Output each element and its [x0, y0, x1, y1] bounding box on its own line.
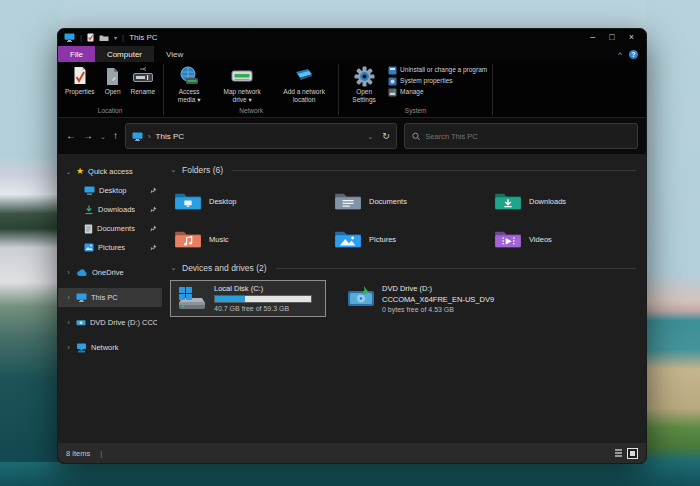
search-box[interactable]	[404, 123, 638, 149]
group-label-network: Network	[169, 105, 333, 117]
rename-icon	[132, 65, 154, 87]
videos-folder-icon	[494, 228, 522, 250]
sidebar-item-downloads[interactable]: Downloads	[58, 200, 162, 219]
network-icon	[76, 343, 87, 353]
pictures-icon	[84, 243, 94, 252]
system-properties-button[interactable]: System properties	[388, 77, 487, 86]
recent-locations-icon[interactable]: ⌄	[100, 133, 106, 140]
chevron-right-icon[interactable]: ›	[65, 269, 72, 276]
up-button[interactable]: ↑	[113, 131, 118, 141]
rename-button[interactable]: Rename	[128, 64, 159, 97]
window-controls: – □ ×	[590, 33, 640, 42]
search-icon	[412, 132, 420, 141]
section-folders[interactable]: ⌄ Folders (6)	[170, 162, 636, 178]
section-divider	[276, 268, 636, 269]
ribbon-divider	[163, 64, 164, 115]
folder-music[interactable]: Music	[170, 220, 330, 258]
tab-file[interactable]: File	[58, 46, 95, 62]
folder-documents[interactable]: Documents	[330, 182, 490, 220]
this-pc-icon	[76, 293, 87, 302]
status-bar: 8 items |	[58, 443, 646, 463]
chevron-right-icon[interactable]: ›	[65, 319, 72, 326]
large-icons-view-button[interactable]	[627, 448, 638, 459]
onedrive-cloud-icon	[76, 269, 88, 277]
sidebar-item-this-pc[interactable]: › This PC	[58, 288, 162, 307]
ribbon-divider	[492, 64, 493, 115]
titlebar: | ▾ | This PC – □ ×	[58, 29, 646, 46]
drive-dvd-d[interactable]: DVD Drive (D:) CCCOMA_X64FRE_EN-US_DV9 0…	[340, 280, 500, 317]
back-button[interactable]: ←	[66, 131, 76, 141]
address-bar[interactable]: › This PC ⌄ ↻	[125, 123, 397, 149]
forward-button[interactable]: →	[83, 131, 93, 141]
window-title: This PC	[129, 33, 157, 42]
add-network-location-button[interactable]: Add a network location	[275, 64, 333, 105]
sidebar-item-pictures[interactable]: Pictures	[58, 238, 162, 257]
add-network-location-icon	[293, 65, 315, 87]
status-separator: |	[100, 449, 102, 458]
details-view-button[interactable]	[613, 448, 624, 459]
drive-local-disk-c[interactable]: Local Disk (C:) 40.7 GB free of 59.3 GB	[170, 280, 326, 317]
address-dropdown-icon[interactable]: ⌄	[367, 133, 373, 140]
properties-icon	[72, 65, 88, 87]
group-label-location: Location	[62, 105, 158, 117]
ribbon-tabs: File Computer View ^ ?	[58, 46, 646, 62]
map-network-drive-icon	[230, 65, 254, 87]
search-input[interactable]	[425, 132, 630, 141]
sidebar-item-dvd-drive[interactable]: › DVD Drive (D:) CCCO	[58, 313, 162, 332]
access-media-button[interactable]: Access media ▾	[169, 64, 209, 105]
sidebar-item-network[interactable]: › Network	[58, 338, 162, 357]
dvd-drive-icon	[346, 284, 376, 310]
pin-icon	[150, 206, 157, 213]
sidebar-item-desktop[interactable]: Desktop	[58, 181, 162, 200]
properties-button[interactable]: Properties	[62, 64, 98, 97]
settings-gear-icon	[354, 65, 375, 87]
hard-drive-icon	[176, 284, 208, 312]
section-divider	[232, 170, 636, 171]
minimize-button[interactable]: –	[590, 33, 595, 42]
uninstall-program-button[interactable]: Uninstall or change a program	[388, 66, 487, 75]
downloads-icon	[84, 205, 94, 215]
maximize-button[interactable]: □	[609, 33, 614, 42]
documents-icon	[84, 224, 93, 234]
qat-dropdown-icon[interactable]: ▾	[114, 34, 117, 41]
collapse-ribbon-icon[interactable]: ^	[618, 50, 622, 59]
quick-access-star-icon: ★	[76, 167, 84, 176]
group-label-system: System	[344, 105, 487, 117]
refresh-icon[interactable]: ↻	[382, 131, 390, 141]
title-separator: |	[122, 34, 124, 42]
desktop-icon	[84, 186, 95, 195]
open-icon	[105, 65, 120, 87]
documents-folder-icon	[334, 190, 362, 212]
folder-desktop[interactable]: Desktop	[170, 182, 330, 220]
chevron-right-icon[interactable]: ›	[65, 294, 72, 301]
qat-separator: |	[80, 34, 82, 42]
open-settings-button[interactable]: Open Settings	[344, 64, 384, 105]
ribbon-group-system: Open Settings Uninstall or change a prog…	[340, 62, 491, 117]
chevron-down-icon[interactable]: ⌄	[65, 168, 72, 176]
chevron-down-icon[interactable]: ⌄	[170, 264, 177, 272]
folder-videos[interactable]: Videos	[490, 220, 647, 258]
section-devices[interactable]: ⌄ Devices and drives (2)	[170, 260, 636, 276]
manage-button[interactable]: Manage	[388, 88, 487, 97]
chevron-down-icon[interactable]: ⌄	[170, 166, 177, 174]
breadcrumb-this-pc[interactable]: This PC	[156, 132, 184, 141]
sidebar-item-quick-access[interactable]: ⌄ ★ Quick access	[58, 162, 162, 181]
sidebar-item-documents[interactable]: Documents	[58, 219, 162, 238]
close-button[interactable]: ×	[629, 33, 634, 42]
folder-pictures[interactable]: Pictures	[330, 220, 490, 258]
wallpaper-left	[0, 0, 60, 486]
tab-view[interactable]: View	[154, 46, 195, 62]
help-icon[interactable]: ?	[629, 50, 638, 59]
map-network-drive-button[interactable]: Map network drive ▾	[213, 64, 271, 105]
folder-shortcut-icon[interactable]	[99, 34, 109, 42]
properties-shortcut-icon[interactable]	[87, 33, 94, 42]
ribbon-group-network: Access media ▾ Map network drive ▾	[165, 62, 337, 117]
pin-icon	[150, 187, 157, 194]
chevron-right-icon[interactable]: ›	[65, 344, 72, 351]
uninstall-program-icon	[388, 66, 397, 75]
folder-downloads[interactable]: Downloads	[490, 182, 647, 220]
sidebar-item-onedrive[interactable]: › OneDrive	[58, 263, 162, 282]
open-button[interactable]: Open	[102, 64, 124, 97]
disk-usage-bar	[214, 295, 312, 303]
tab-computer[interactable]: Computer	[95, 46, 154, 62]
